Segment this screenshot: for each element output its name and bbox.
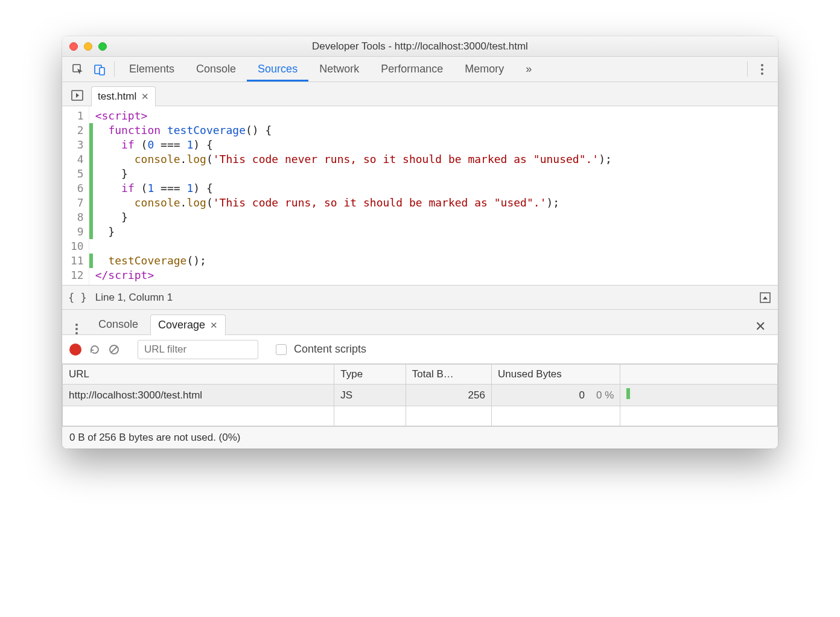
col-total[interactable]: Total B… xyxy=(406,365,491,385)
coverage-summary: 0 B of 256 B bytes are not used. (0%) xyxy=(62,426,778,449)
table-row[interactable]: http://localhost:3000/test.html JS 256 0… xyxy=(63,385,778,406)
window-title: Developer Tools - http://localhost:3000/… xyxy=(62,40,778,53)
tab-memory[interactable]: Memory xyxy=(454,57,515,82)
close-drawer-icon[interactable]: ✕ xyxy=(748,319,773,334)
editor-status-bar: { } Line 1, Column 1 xyxy=(62,286,778,310)
line-number-gutter: 123456789101112 xyxy=(62,106,89,285)
svg-point-4 xyxy=(761,68,763,71)
inspect-icon[interactable] xyxy=(67,57,89,82)
cell-url: http://localhost:3000/test.html xyxy=(63,385,334,406)
usage-bar-icon xyxy=(626,388,630,399)
tab-console[interactable]: Console xyxy=(185,57,247,82)
cursor-position: Line 1, Column 1 xyxy=(95,292,173,304)
code-content[interactable]: <script> function testCoverage() { if (0… xyxy=(93,106,614,285)
content-scripts-label: Content scripts xyxy=(294,343,366,356)
file-tab-label: test.html xyxy=(98,91,136,103)
device-toolbar-icon[interactable] xyxy=(89,57,110,82)
file-tab-test-html[interactable]: test.html ✕ xyxy=(91,86,156,106)
cell-usage-bar xyxy=(620,385,778,406)
tab-sources[interactable]: Sources xyxy=(247,57,308,82)
navigator-toggle-icon[interactable] xyxy=(67,85,88,106)
col-unused[interactable]: Unused Bytes xyxy=(491,365,620,385)
tab-performance[interactable]: Performance xyxy=(370,57,454,82)
record-button[interactable] xyxy=(69,344,81,356)
drawer-tab-label: Coverage xyxy=(158,319,205,331)
file-tab-bar: test.html ✕ xyxy=(62,82,778,106)
tab-network[interactable]: Network xyxy=(308,57,370,82)
traffic-lights xyxy=(69,42,107,51)
drawer-menu-icon[interactable] xyxy=(67,324,86,334)
cell-total: 256 xyxy=(406,385,491,406)
col-usage-bar[interactable] xyxy=(620,365,778,385)
drawer-tab-bar: Console Coverage ✕ ✕ xyxy=(62,310,778,335)
close-icon[interactable]: ✕ xyxy=(210,320,218,331)
cell-unused: 0 0 % xyxy=(491,385,620,406)
tab-overflow[interactable]: » xyxy=(515,57,542,82)
svg-point-8 xyxy=(75,324,78,326)
close-icon[interactable]: ✕ xyxy=(141,91,149,102)
separator xyxy=(747,62,748,77)
table-row xyxy=(63,406,778,426)
reload-icon[interactable] xyxy=(89,344,101,356)
source-editor[interactable]: 123456789101112 <script> function testCo… xyxy=(62,106,778,286)
svg-line-12 xyxy=(111,347,117,353)
cell-type: JS xyxy=(334,385,406,406)
drawer-tab-coverage[interactable]: Coverage ✕ xyxy=(150,315,226,335)
kebab-menu-icon[interactable] xyxy=(751,57,773,82)
titlebar: Developer Tools - http://localhost:3000/… xyxy=(62,36,778,57)
svg-point-10 xyxy=(75,332,78,334)
table-header-row: URL Type Total B… Unused Bytes xyxy=(63,365,778,385)
main-tab-bar: Elements Console Sources Network Perform… xyxy=(62,57,778,82)
close-window-button[interactable] xyxy=(69,42,78,51)
col-url[interactable]: URL xyxy=(63,365,334,385)
minimize-window-button[interactable] xyxy=(84,42,92,51)
url-filter-input[interactable] xyxy=(138,340,258,359)
svg-point-3 xyxy=(761,64,763,66)
zoom-window-button[interactable] xyxy=(98,42,107,51)
svg-point-5 xyxy=(761,72,763,75)
col-type[interactable]: Type xyxy=(334,365,406,385)
clear-icon[interactable] xyxy=(108,344,120,356)
devtools-window: Developer Tools - http://localhost:3000/… xyxy=(62,36,778,449)
coverage-toolbar: Content scripts xyxy=(62,335,778,364)
tab-elements[interactable]: Elements xyxy=(118,57,185,82)
pretty-print-icon[interactable]: { } xyxy=(68,292,87,304)
coverage-table: URL Type Total B… Unused Bytes http://lo… xyxy=(62,364,778,426)
drawer-tab-console[interactable]: Console xyxy=(91,315,145,334)
collapse-drawer-icon[interactable] xyxy=(759,291,772,304)
separator xyxy=(114,62,115,77)
content-scripts-checkbox[interactable] xyxy=(276,344,287,355)
svg-point-9 xyxy=(75,328,78,330)
svg-rect-2 xyxy=(100,68,104,75)
